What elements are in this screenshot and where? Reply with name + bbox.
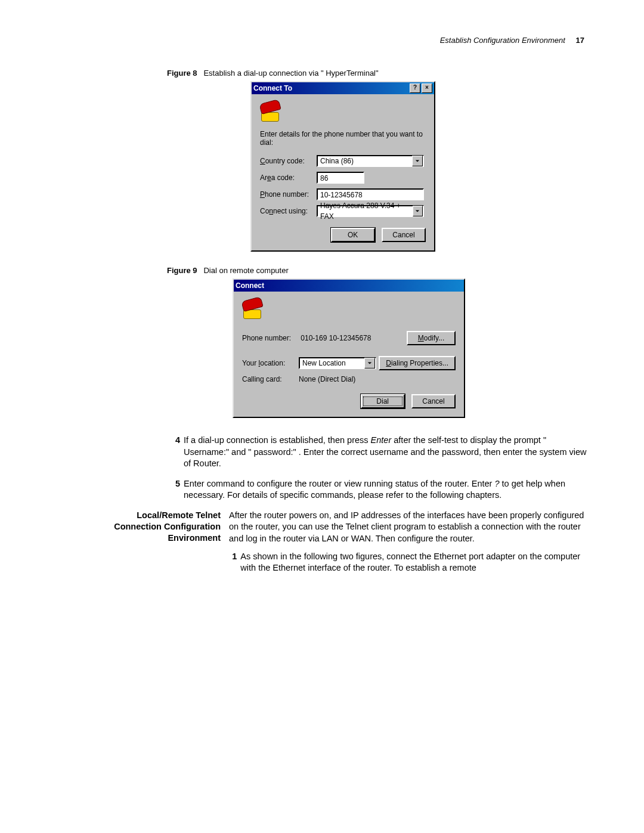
phone-icon bbox=[260, 101, 280, 122]
page-number: 17 bbox=[576, 36, 584, 45]
dialog-titlebar: Connect To ? × bbox=[252, 82, 434, 94]
section-heading: Local/Remote Telnet Connection Configura… bbox=[107, 510, 229, 574]
dialing-properties-button[interactable]: Dialing Properties... bbox=[379, 356, 456, 370]
page-header: Establish Configuration Environment 17 bbox=[107, 36, 590, 45]
step-number: 4 bbox=[167, 435, 180, 470]
dial-button[interactable]: Dial bbox=[361, 394, 405, 408]
connect-using-label: Connect using: bbox=[260, 207, 317, 215]
figure9-caption-text: Dial on remote computer bbox=[203, 266, 288, 275]
phone-number-label: Phone number: bbox=[242, 334, 299, 342]
figure9-caption: Figure 9 Dial on remote computer bbox=[167, 266, 590, 275]
calling-card-value: None (Direct Dial) bbox=[299, 375, 355, 383]
close-button[interactable]: × bbox=[422, 83, 432, 93]
steps-list: 4 If a dial-up connection is established… bbox=[167, 435, 590, 501]
figure8-caption-text: Establish a dial-up connection via " Hyp… bbox=[203, 69, 378, 78]
step-text: As shown in the following two figures, c… bbox=[240, 551, 590, 574]
country-code-value: China (86) bbox=[320, 156, 354, 166]
step-number: 5 bbox=[167, 478, 180, 501]
header-title: Establish Configuration Environment bbox=[440, 36, 565, 45]
country-code-label: Country code: bbox=[260, 157, 317, 165]
dialog-instruction: Enter details for the phone number that … bbox=[260, 130, 426, 147]
section-paragraph: After the router powers on, and IP addre… bbox=[229, 510, 590, 545]
figure8-caption: Figure 8 Establish a dial-up connection … bbox=[167, 69, 590, 78]
dialog-title: Connect bbox=[236, 280, 264, 292]
area-code-label: Area code: bbox=[260, 174, 317, 182]
country-code-combo[interactable]: China (86) bbox=[317, 155, 424, 167]
figure8-label: Figure 8 bbox=[167, 69, 197, 78]
connect-using-combo[interactable]: Hayes Accura 288 V.34 + FAX bbox=[317, 205, 424, 217]
step-text: If a dial-up connection is established, … bbox=[184, 435, 590, 470]
chevron-down-icon bbox=[412, 156, 423, 166]
chevron-down-icon bbox=[364, 358, 375, 368]
cancel-button[interactable]: Cancel bbox=[411, 394, 456, 408]
connect-to-dialog: Connect To ? × Enter details for the pho… bbox=[250, 81, 435, 252]
phone-icon bbox=[242, 299, 262, 319]
area-code-input[interactable]: 86 bbox=[317, 172, 364, 184]
dialog-title: Connect To bbox=[253, 82, 292, 94]
modify-button[interactable]: Modify... bbox=[407, 331, 456, 345]
calling-card-label: Calling card: bbox=[242, 375, 299, 383]
chevron-down-icon bbox=[413, 206, 423, 216]
figure9-label: Figure 9 bbox=[167, 266, 197, 275]
step-text: Enter command to configure the router or… bbox=[184, 478, 590, 501]
section-telnet: Local/Remote Telnet Connection Configura… bbox=[107, 510, 590, 574]
phone-number-value: 010-169 10-12345678 bbox=[301, 334, 371, 342]
connect-using-value: Hayes Accura 288 V.34 + FAX bbox=[320, 200, 413, 222]
step-number: 1 bbox=[229, 551, 237, 574]
phone-number-label: Phone number: bbox=[260, 190, 317, 199]
location-combo[interactable]: New Location bbox=[299, 357, 376, 369]
location-value: New Location bbox=[302, 358, 346, 368]
phone-number-input[interactable]: 10-12345678 bbox=[317, 188, 424, 200]
dialog-titlebar: Connect bbox=[234, 280, 464, 292]
cancel-button[interactable]: Cancel bbox=[382, 228, 426, 242]
connect-dialog: Connect Phone number: 010-169 10-1234567… bbox=[233, 278, 465, 418]
help-button[interactable]: ? bbox=[410, 83, 420, 93]
your-location-label: Your location: bbox=[242, 359, 299, 367]
ok-button[interactable]: OK bbox=[331, 228, 375, 242]
